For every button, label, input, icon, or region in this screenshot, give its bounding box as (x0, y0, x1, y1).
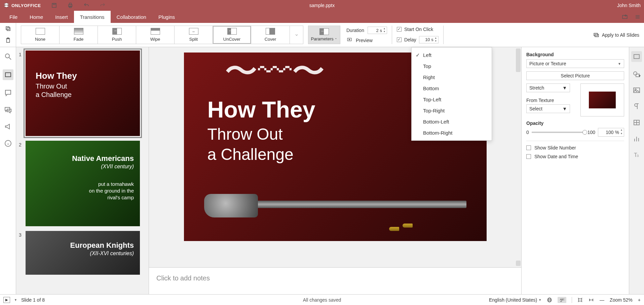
stretch-select[interactable]: Stretch▼ (526, 83, 570, 92)
param-option-top-left[interactable]: Top-Left (412, 94, 492, 105)
apply-to-all-button[interactable]: Apply to All Slides (593, 23, 639, 47)
revolver-graphic (191, 191, 466, 221)
transition-fade[interactable]: Fade (60, 26, 98, 44)
menu-bar: File Home Insert Transitions Collaborati… (0, 11, 644, 23)
duration-input[interactable]: 2 s▲▼ (368, 27, 387, 34)
param-option-top-right[interactable]: Top-Right (412, 105, 492, 116)
transition-push[interactable]: ←Push (98, 26, 136, 44)
delay-input[interactable]: 10 s▲▼ (419, 36, 439, 43)
texture-select[interactable]: Select▼ (526, 104, 570, 113)
opacity-input[interactable]: 100 %▲▼ (598, 128, 624, 137)
preview-button[interactable]: Preview (356, 38, 373, 43)
language-selector[interactable]: English (United States) ▼ (489, 297, 541, 303)
textart-settings-icon[interactable]: Ta (633, 151, 641, 159)
print-icon[interactable] (67, 2, 73, 8)
delay-checkbox[interactable]: ✓ (397, 37, 402, 42)
globe-icon[interactable] (547, 297, 552, 303)
param-option-left[interactable]: Left (412, 49, 492, 61)
svg-text:a: a (637, 153, 639, 158)
notes-area[interactable]: Click to add notes (149, 267, 521, 294)
vertical-scrollbar[interactable] (516, 48, 521, 72)
chart-settings-icon[interactable] (633, 135, 641, 143)
title-bar: ONLYOFFICE sample.pptx John Smith (0, 0, 644, 11)
chat-icon[interactable] (4, 106, 12, 114)
background-heading: Background (526, 52, 624, 57)
spellcheck-icon[interactable]: ABC (558, 297, 566, 303)
transition-wipe[interactable]: Wipe (136, 26, 175, 44)
slide-thumbnail-1[interactable]: How They Throw Out a Challenge (26, 50, 140, 136)
slide-thumbnail-2[interactable]: Native Americans (XVII century) put a to… (26, 141, 140, 226)
redo-icon[interactable] (100, 2, 106, 8)
save-icon[interactable] (51, 2, 57, 8)
zoom-out-button[interactable]: — (600, 297, 604, 303)
tab-file[interactable]: File (3, 11, 24, 23)
copy-icon[interactable] (5, 26, 11, 33)
fit-width-icon[interactable] (588, 298, 594, 302)
slide-title-line2: Throw Out (207, 125, 283, 143)
about-icon[interactable] (4, 139, 12, 147)
parameters-dropdown: Left Top Right Bottom Top-Left Top-Right… (411, 47, 492, 141)
param-option-right[interactable]: Right (412, 72, 492, 83)
left-toolbar (0, 47, 16, 294)
user-name[interactable]: John Smith (617, 3, 641, 8)
tab-home[interactable]: Home (24, 11, 49, 23)
table-settings-icon[interactable] (633, 118, 641, 127)
open-location-icon[interactable] (622, 14, 628, 20)
transition-split[interactable]: ↔Split (175, 26, 213, 44)
comments-icon[interactable] (4, 89, 12, 97)
parameters-button[interactable]: ← Parameters ⌃ (308, 26, 340, 44)
background-fill-select[interactable]: Picture or Texture▼ (526, 59, 624, 68)
param-option-bottom-left[interactable]: Bottom-Left (412, 116, 492, 127)
transition-cover[interactable]: Cover (251, 26, 290, 44)
zoom-level[interactable]: Zoom 52% (610, 297, 633, 303)
fit-slide-icon[interactable] (577, 297, 583, 303)
paragraph-settings-icon[interactable] (633, 102, 641, 110)
find-icon[interactable] (4, 53, 12, 61)
tab-collaboration[interactable]: Collaboration (111, 11, 152, 23)
tab-insert[interactable]: Insert (49, 11, 74, 23)
svg-rect-22 (634, 55, 639, 59)
show-slide-number-checkbox[interactable] (526, 145, 531, 150)
preview-icon (346, 37, 352, 43)
vertical-scrollbar-end[interactable] (516, 261, 521, 266)
show-slide-number-label: Show Slide Number (534, 145, 576, 150)
svg-point-16 (5, 54, 9, 58)
image-settings-icon[interactable] (633, 86, 641, 94)
slide-settings-icon[interactable] (631, 51, 642, 62)
svg-rect-39 (578, 299, 581, 301)
param-option-bottom-right[interactable]: Bottom-Right (412, 127, 492, 138)
opacity-min: 0 (526, 130, 529, 135)
bullet-graphic (403, 224, 413, 228)
slide-settings-panel: Background Picture or Texture▼ Select Pi… (521, 47, 629, 294)
start-slideshow-button[interactable]: ▶ (3, 297, 10, 303)
paste-icon[interactable] (5, 37, 11, 44)
select-picture-button[interactable]: Select Picture▼ (526, 71, 624, 80)
workspace: 1 How They Throw Out a Challenge 2 Nativ… (0, 47, 644, 294)
zoom-in-button[interactable]: + (638, 297, 641, 303)
undo-icon[interactable] (83, 2, 89, 8)
param-option-bottom[interactable]: Bottom (412, 83, 492, 94)
view-settings-icon[interactable] (635, 14, 641, 20)
opacity-slider[interactable] (532, 132, 585, 133)
slides-icon[interactable] (3, 69, 13, 80)
slide-title-line1: How They (207, 96, 315, 123)
start-on-click-label: Start On Click (404, 27, 433, 32)
transition-uncover[interactable]: ←UnCover (213, 26, 251, 44)
transition-gallery-expand[interactable] (290, 26, 303, 44)
shape-settings-icon[interactable] (633, 70, 641, 78)
start-on-click-checkbox[interactable]: ✓ (397, 27, 402, 32)
show-date-checkbox[interactable] (526, 154, 531, 159)
tab-plugins[interactable]: Plugins (152, 11, 181, 23)
param-option-top[interactable]: Top (412, 61, 492, 72)
svg-rect-9 (7, 28, 10, 31)
svg-rect-0 (52, 3, 56, 7)
tab-transitions[interactable]: Transitions (74, 11, 111, 23)
canvas-area: 〜〰〜 How They Throw Out a Challenge Left … (149, 47, 521, 294)
slide-thumbnail-3[interactable]: European Knights (XII-XVI centuries) (26, 231, 140, 275)
save-status: All changes saved (303, 297, 341, 303)
texture-preview (580, 83, 624, 116)
transition-none[interactable]: None (21, 26, 60, 44)
thumb-number: 2 (19, 141, 24, 226)
feedback-icon[interactable] (4, 123, 12, 131)
slideshow-dropdown-icon[interactable]: ▼ (14, 298, 17, 302)
